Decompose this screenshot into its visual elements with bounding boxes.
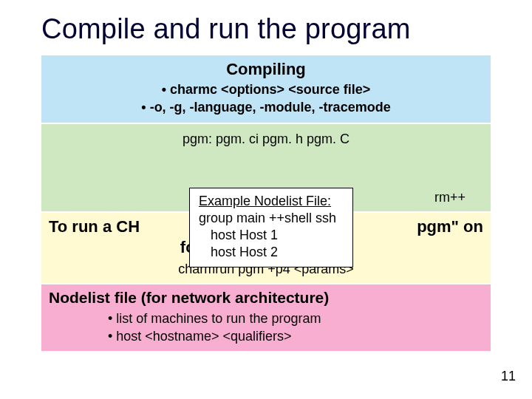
nodelist-example-line-3: host Host 2: [199, 244, 344, 261]
nodelist-bullet-2: • host <hostname> <qualifiers>: [108, 327, 483, 345]
slide: Compile and run the program Compiling • …: [0, 0, 532, 399]
nodelist-example-box: Example Nodelist File: group main ++shel…: [189, 188, 353, 267]
makefile-line-1: pgm: pgm. ci pgm. h pgm. C: [49, 132, 483, 147]
run-right-fragment: pgm" on: [417, 217, 483, 236]
nodelist-heading: Nodelist file (for network architecture): [49, 289, 483, 307]
page-number: 11: [501, 369, 516, 384]
compiling-bullets: • charmc <options> <source file> • -o, -…: [49, 81, 483, 117]
nodelist-example-heading: Example Nodelist File:: [199, 193, 344, 210]
nodelist-example-line-2: host Host 1: [199, 227, 344, 244]
compiling-bullet-2: • -o, -g, -language, -module, -tracemode: [49, 98, 483, 116]
slide-title: Compile and run the program: [41, 13, 491, 45]
nodelist-example-line-1: group main ++shell ssh: [199, 210, 344, 227]
compiling-panel: Compiling • charmc <options> <source fil…: [41, 55, 491, 123]
compiling-bullet-1: • charmc <options> <source file>: [49, 81, 483, 98]
nodelist-bullet-1: • list of machines to run the program: [108, 310, 483, 327]
nodelist-panel: Nodelist file (for network architecture)…: [41, 284, 491, 352]
run-left-fragment: To run a CH: [49, 217, 140, 236]
compiling-heading: Compiling: [49, 60, 483, 79]
nodelist-bullets: • list of machines to run the program • …: [49, 310, 483, 346]
